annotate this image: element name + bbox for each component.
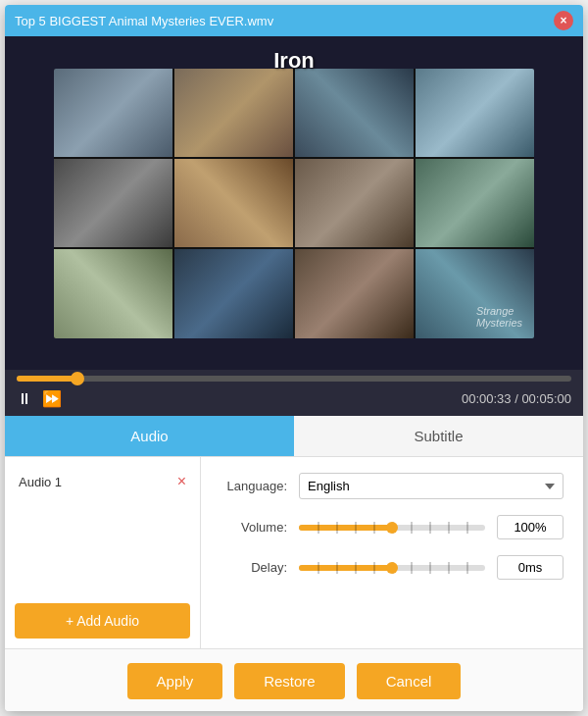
fast-forward-button[interactable]: ⏩ xyxy=(42,389,62,408)
time-display: 00:00:33 / 00:05:00 xyxy=(462,391,571,406)
video-watermark: StrangeMysteries xyxy=(476,305,522,329)
tab-subtitle[interactable]: Subtitle xyxy=(294,416,583,456)
delay-slider-container xyxy=(299,558,485,578)
collage-cell xyxy=(295,249,414,337)
volume-label: Volume: xyxy=(220,520,287,535)
add-audio-button[interactable]: + Add Audio xyxy=(15,603,190,639)
volume-slider-container xyxy=(299,518,485,537)
controls-left: ⏸ ⏩ xyxy=(17,389,62,408)
main-window: Top 5 BIGGEST Animal Mysteries EVER.wmv … xyxy=(5,5,583,711)
cancel-button[interactable]: Cancel xyxy=(357,663,462,699)
close-button[interactable]: × xyxy=(554,11,573,30)
delay-row: Delay: xyxy=(220,555,564,580)
apply-button[interactable]: Apply xyxy=(127,663,223,699)
footer-actions: Apply Restore Cancel xyxy=(5,648,583,711)
collage-cell xyxy=(54,249,172,337)
collage-cell xyxy=(416,69,534,157)
audio-item-label: Audio 1 xyxy=(19,475,62,489)
language-row: Language: English French Spanish German … xyxy=(220,473,564,499)
collage-cell xyxy=(54,159,172,247)
collage-cell xyxy=(54,69,172,157)
language-label: Language: xyxy=(220,479,287,493)
language-select[interactable]: English French Spanish German Japanese C… xyxy=(299,473,564,499)
volume-input[interactable] xyxy=(497,515,564,539)
collage-cell xyxy=(295,69,414,157)
delay-thumb[interactable] xyxy=(386,562,398,574)
audio-remove-button[interactable]: × xyxy=(177,473,186,490)
restore-button[interactable]: Restore xyxy=(234,663,345,699)
pause-button[interactable]: ⏸ xyxy=(17,390,32,408)
video-thumbnail: StrangeMysteries xyxy=(54,69,534,338)
progress-track[interactable] xyxy=(17,376,571,382)
collage-cell xyxy=(174,159,293,247)
audio-list-panel: Audio 1 × + Add Audio xyxy=(5,457,201,648)
collage-cell xyxy=(416,159,534,247)
volume-thumb[interactable] xyxy=(386,522,398,534)
video-area: Iron StrangeMysteries xyxy=(5,36,583,370)
tabs-section: Audio Subtitle xyxy=(5,416,583,457)
controls-bar: ⏸ ⏩ 00:00:33 / 00:05:00 xyxy=(5,370,583,416)
collage-cell xyxy=(174,69,293,157)
video-collage xyxy=(54,69,534,338)
title-bar: Top 5 BIGGEST Animal Mysteries EVER.wmv … xyxy=(5,5,583,36)
collage-cell xyxy=(174,249,293,337)
current-time: 00:00:33 xyxy=(462,391,512,406)
volume-track[interactable] xyxy=(299,525,485,531)
collage-cell xyxy=(295,159,414,247)
delay-label: Delay: xyxy=(220,560,287,575)
volume-fill xyxy=(299,525,392,531)
video-filter-name: Iron xyxy=(5,48,583,74)
delay-input[interactable] xyxy=(497,555,564,580)
volume-row: Volume: xyxy=(220,515,564,539)
total-time: 00:05:00 xyxy=(521,391,571,406)
audio-items-list: Audio 1 × xyxy=(15,467,190,496)
delay-fill xyxy=(299,565,392,571)
controls-row: ⏸ ⏩ 00:00:33 / 00:05:00 xyxy=(17,389,571,408)
window-title: Top 5 BIGGEST Animal Mysteries EVER.wmv xyxy=(15,14,273,28)
progress-fill xyxy=(17,376,77,382)
tab-audio[interactable]: Audio xyxy=(5,416,294,456)
settings-panel: Language: English French Spanish German … xyxy=(201,457,583,648)
delay-track[interactable] xyxy=(299,565,485,571)
content-area: Audio 1 × + Add Audio Language: English … xyxy=(5,457,583,648)
progress-thumb[interactable] xyxy=(71,372,84,385)
audio-list-item: Audio 1 × xyxy=(15,467,190,496)
